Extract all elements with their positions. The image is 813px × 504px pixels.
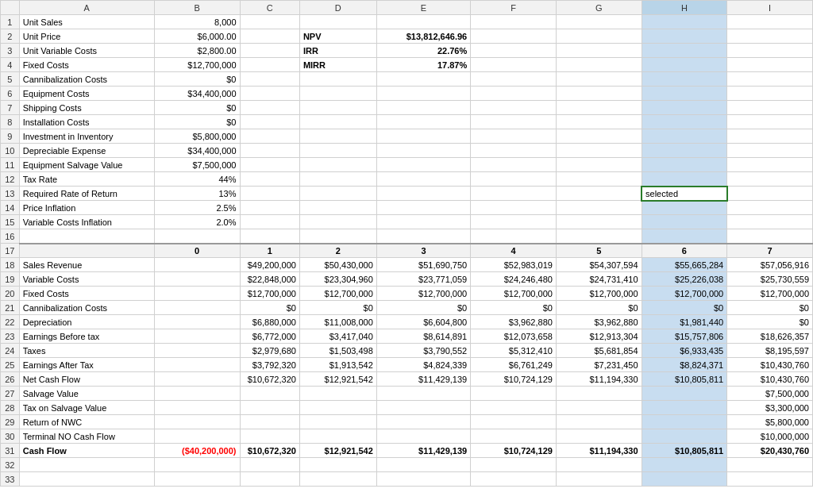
cell-21-a[interactable]: Cannibalization Costs (19, 301, 154, 315)
cell-19-c[interactable]: $22,848,000 (240, 272, 299, 287)
cell-21-b[interactable] (154, 301, 240, 315)
cell-33-e[interactable] (376, 472, 470, 487)
cell-22-d[interactable]: $11,008,000 (299, 315, 376, 329)
cell-30-b[interactable] (154, 429, 240, 444)
cell-28-i[interactable]: $3,300,000 (727, 401, 813, 415)
cell-31-h[interactable]: $10,805,811 (642, 444, 727, 458)
cell-14-g[interactable] (556, 201, 642, 215)
cell-11-a[interactable]: Equipment Salvage Value (19, 158, 154, 172)
cell-24-d[interactable]: $1,503,498 (299, 344, 376, 358)
cell-10-c[interactable] (240, 144, 299, 158)
cell-33-h[interactable] (642, 472, 727, 487)
cell-33-f[interactable] (471, 472, 557, 487)
cell-18-b[interactable] (154, 258, 240, 272)
cell-17-i[interactable]: 7 (727, 244, 813, 258)
cell-27-c[interactable] (240, 387, 299, 401)
cell-3-c[interactable] (240, 44, 299, 58)
cell-9-c[interactable] (240, 129, 299, 144)
cell-21-d[interactable]: $0 (299, 301, 376, 315)
cell-27-g[interactable] (556, 387, 642, 401)
cell-15-e[interactable] (376, 215, 470, 229)
cell-7-d[interactable] (299, 101, 376, 115)
cell-33-g[interactable] (556, 472, 642, 487)
cell-12-c[interactable] (240, 172, 299, 187)
cell-29-a[interactable]: Return of NWC (19, 415, 154, 429)
cell-8-c[interactable] (240, 115, 299, 129)
cell-7-f[interactable] (471, 101, 557, 115)
cell-14-a[interactable]: Price Inflation (19, 201, 154, 215)
cell-21-f[interactable]: $0 (471, 301, 557, 315)
cell-29-i[interactable]: $5,800,000 (727, 415, 813, 429)
cell-26-c[interactable]: $10,672,320 (240, 372, 299, 387)
cell-26-h[interactable]: $10,805,811 (642, 372, 727, 387)
cell-5-g[interactable] (556, 72, 642, 87)
cell-29-f[interactable] (471, 415, 557, 429)
cell-22-a[interactable]: Depreciation (19, 315, 154, 329)
cell-4-f[interactable] (471, 58, 557, 72)
cell-26-a[interactable]: Net Cash Flow (19, 372, 154, 387)
cell-30-g[interactable] (556, 429, 642, 444)
cell-33-i[interactable] (727, 472, 813, 487)
cell-26-e[interactable]: $11,429,139 (376, 372, 470, 387)
col-header-g[interactable]: G (556, 1, 642, 15)
cell-15-c[interactable] (240, 215, 299, 229)
cell-12-b[interactable]: 44% (154, 172, 240, 187)
cell-4-h[interactable] (642, 58, 727, 72)
cell-3-a[interactable]: Unit Variable Costs (19, 44, 154, 58)
cell-20-i[interactable]: $12,700,000 (727, 287, 813, 301)
cell-16-g[interactable] (556, 229, 642, 244)
cell-16-e[interactable] (376, 229, 470, 244)
cell-1-i[interactable] (727, 15, 813, 29)
cell-17-b[interactable]: 0 (154, 244, 240, 258)
cell-20-h[interactable]: $12,700,000 (642, 287, 727, 301)
cell-31-b[interactable]: ($40,200,000) (154, 444, 240, 458)
cell-12-g[interactable] (556, 172, 642, 187)
cell-19-h[interactable]: $25,226,038 (642, 272, 727, 287)
cell-25-c[interactable]: $3,792,320 (240, 358, 299, 372)
cell-17-f[interactable]: 4 (471, 244, 557, 258)
cell-20-f[interactable]: $12,700,000 (471, 287, 557, 301)
cell-26-g[interactable]: $11,194,330 (556, 372, 642, 387)
cell-11-d[interactable] (299, 158, 376, 172)
cell-30-d[interactable] (299, 429, 376, 444)
cell-28-b[interactable] (154, 401, 240, 415)
cell-3-d[interactable]: IRR (299, 44, 376, 58)
cell-10-g[interactable] (556, 144, 642, 158)
cell-26-d[interactable]: $12,921,542 (299, 372, 376, 387)
cell-15-i[interactable] (727, 215, 813, 229)
col-header-f[interactable]: F (471, 1, 557, 15)
cell-24-c[interactable]: $2,979,680 (240, 344, 299, 358)
cell-19-i[interactable]: $25,730,559 (727, 272, 813, 287)
cell-22-b[interactable] (154, 315, 240, 329)
cell-28-d[interactable] (299, 401, 376, 415)
cell-14-h[interactable] (642, 201, 727, 215)
cell-13-f[interactable] (471, 187, 557, 201)
cell-4-c[interactable] (240, 58, 299, 72)
cell-27-i[interactable]: $7,500,000 (727, 387, 813, 401)
col-header-c[interactable]: C (240, 1, 299, 15)
cell-16-d[interactable] (299, 229, 376, 244)
cell-16-b[interactable] (154, 229, 240, 244)
cell-6-h[interactable] (642, 87, 727, 101)
cell-17-d[interactable]: 2 (299, 244, 376, 258)
cell-23-i[interactable]: $18,626,357 (727, 329, 813, 344)
cell-3-g[interactable] (556, 44, 642, 58)
cell-20-a[interactable]: Fixed Costs (19, 287, 154, 301)
cell-27-h[interactable] (642, 387, 727, 401)
cell-32-a[interactable] (19, 458, 154, 472)
cell-26-f[interactable]: $10,724,129 (471, 372, 557, 387)
col-header-h[interactable]: H (642, 1, 727, 15)
cell-8-e[interactable] (376, 115, 470, 129)
cell-25-a[interactable]: Earnings After Tax (19, 358, 154, 372)
cell-22-e[interactable]: $6,604,800 (376, 315, 470, 329)
cell-24-g[interactable]: $5,681,854 (556, 344, 642, 358)
cell-12-h[interactable] (642, 172, 727, 187)
cell-8-b[interactable]: $0 (154, 115, 240, 129)
cell-3-f[interactable] (471, 44, 557, 58)
cell-23-d[interactable]: $3,417,040 (299, 329, 376, 344)
cell-9-a[interactable]: Investment in Inventory (19, 129, 154, 144)
cell-33-d[interactable] (299, 472, 376, 487)
cell-21-c[interactable]: $0 (240, 301, 299, 315)
cell-19-e[interactable]: $23,771,059 (376, 272, 470, 287)
cell-20-e[interactable]: $12,700,000 (376, 287, 470, 301)
